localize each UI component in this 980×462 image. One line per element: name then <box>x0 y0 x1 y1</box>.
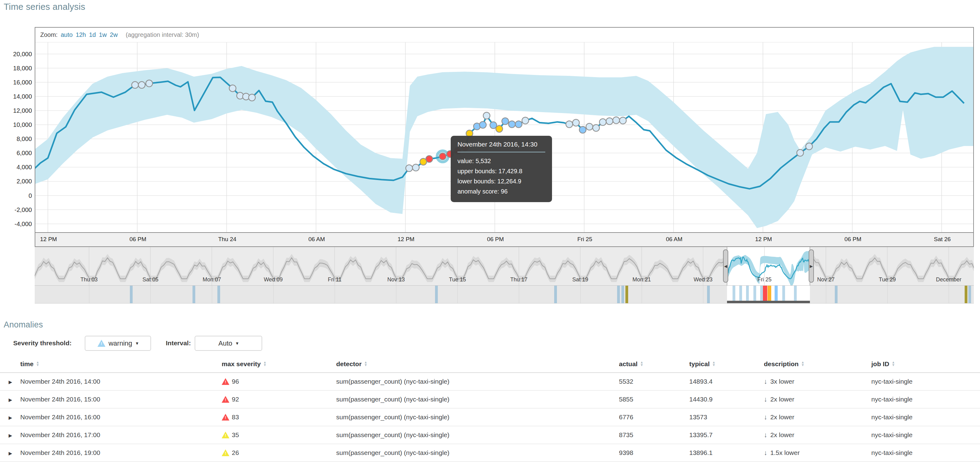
anomaly-swimlane[interactable] <box>35 285 974 303</box>
anomaly-marker-warning[interactable] <box>579 126 586 133</box>
expand-row-icon[interactable]: ▶ <box>9 397 12 402</box>
swimlane-cell-warning_muted[interactable] <box>968 286 971 303</box>
anomaly-marker-minor[interactable] <box>496 125 503 132</box>
zoom-link-12h[interactable]: 12h <box>76 31 86 38</box>
anomaly-marker-low[interactable] <box>573 119 579 126</box>
anomaly-marker-warning[interactable] <box>508 121 515 127</box>
swimlane-cell-warning_muted[interactable] <box>554 286 557 303</box>
anomaly-marker-low[interactable] <box>229 85 236 92</box>
cell-job-id: nyc-taxi-single <box>871 413 980 421</box>
table-header-row: time▲▼max severity▲▼detector▲▼actual▲▼ty… <box>0 356 980 373</box>
swimlane-cell-olive[interactable] <box>965 286 967 303</box>
x-tick-label: Thu 24 <box>206 236 249 243</box>
sort-icon[interactable]: ▲▼ <box>892 361 895 366</box>
anomaly-marker-low[interactable] <box>132 82 138 88</box>
anomaly-marker-low[interactable] <box>412 164 419 171</box>
table-row[interactable]: ▶November 24th 2016, 15:00!92sum(passeng… <box>0 391 980 409</box>
anomaly-marker-low[interactable] <box>249 94 255 101</box>
tooltip-line: lower bounds: 12,264.9 <box>457 176 545 186</box>
table-row[interactable]: ▶November 24th 2016, 17:00!35sum(passeng… <box>0 426 980 444</box>
sort-icon[interactable]: ▲▼ <box>712 361 716 366</box>
cell-description: ↓1.5x lower <box>764 449 871 457</box>
anomaly-marker-critical[interactable] <box>426 155 433 162</box>
column-header-detector[interactable]: detector▲▼ <box>336 360 619 368</box>
context-plot[interactable] <box>35 247 974 285</box>
zoom-link-1d[interactable]: 1d <box>89 31 96 38</box>
cell-max-severity: !92 <box>222 396 336 403</box>
anomaly-marker-low[interactable] <box>620 117 626 124</box>
anomaly-marker-warning[interactable] <box>490 122 497 128</box>
anomaly-marker-low[interactable] <box>606 118 613 124</box>
swimlane-cell-warning_muted[interactable] <box>621 286 624 303</box>
x-tick-label: 06 AM <box>295 236 338 243</box>
sort-icon[interactable]: ▲▼ <box>364 361 368 366</box>
expand-row-icon[interactable]: ▶ <box>9 415 12 420</box>
table-row[interactable]: ▶November 24th 2016, 16:00!83sum(passeng… <box>0 409 980 426</box>
interval-select[interactable]: Auto ▾ <box>195 336 262 351</box>
sort-icon[interactable]: ▲▼ <box>640 361 644 366</box>
interval-label: Interval: <box>166 339 191 347</box>
brush-handle-right[interactable]: ▶ <box>809 249 814 283</box>
cell-detector: sum(passenger_count) (nyc-taxi-single) <box>336 449 619 456</box>
tooltip-line: value: 5,532 <box>457 156 545 166</box>
sort-icon[interactable]: ▲▼ <box>801 361 804 366</box>
swimlane-cell-warning_muted[interactable] <box>130 286 133 303</box>
column-header-typical[interactable]: typical▲▼ <box>689 360 764 368</box>
cell-job-id: nyc-taxi-single <box>871 431 980 439</box>
swimlane-cell-warning_muted[interactable] <box>435 286 438 303</box>
anomaly-marker-low[interactable] <box>613 117 620 124</box>
swimlane-cell-olive[interactable] <box>625 286 628 303</box>
anomaly-marker-warning[interactable] <box>515 121 522 127</box>
aggregation-interval-note: (aggregation interval: 30m) <box>126 31 199 38</box>
x-tick-label: 12 PM <box>742 236 785 243</box>
column-header-time[interactable]: time▲▼ <box>20 360 222 368</box>
cell-typical: 13573 <box>689 413 764 421</box>
anomaly-marker-warning[interactable] <box>502 118 509 124</box>
column-header-job-id[interactable]: job ID▲▼ <box>871 360 980 368</box>
anomaly-marker-low[interactable] <box>483 112 490 119</box>
tooltip-line: anomaly score: 96 <box>457 186 545 197</box>
swimlane-cell-warning_muted[interactable] <box>192 286 195 303</box>
anomaly-marker-low[interactable] <box>406 165 413 171</box>
anomaly-marker-low[interactable] <box>599 119 606 125</box>
tooltip-divider <box>457 152 545 152</box>
cell-detector: sum(passenger_count) (nyc-taxi-single) <box>336 378 619 385</box>
sort-icon[interactable]: ▲▼ <box>36 361 39 366</box>
expand-row-icon[interactable]: ▶ <box>9 379 12 385</box>
anomaly-marker-low[interactable] <box>566 121 573 127</box>
swimlane-cell-warning_muted[interactable] <box>217 286 220 303</box>
anomaly-marker-warning[interactable] <box>480 122 486 128</box>
expand-row-icon[interactable]: ▶ <box>9 433 12 438</box>
sort-icon[interactable]: ▲▼ <box>263 361 266 366</box>
anomaly-marker-low[interactable] <box>522 117 529 124</box>
cell-description: ↓2x lower <box>764 395 871 403</box>
anomaly-marker-low[interactable] <box>806 143 812 150</box>
expand-row-icon[interactable]: ▶ <box>9 451 12 456</box>
brush-drag-bar[interactable] <box>727 301 810 303</box>
anomaly-marker-low[interactable] <box>138 82 145 88</box>
column-header-description[interactable]: description▲▼ <box>764 360 871 368</box>
anomaly-marker-low[interactable] <box>586 123 593 130</box>
swimlane-cell-warning_muted[interactable] <box>835 286 838 303</box>
swimlane-cell-warning_muted[interactable] <box>707 286 710 303</box>
severity-triangle-icon: ! <box>222 378 229 385</box>
anomaly-marker-low[interactable] <box>146 80 153 87</box>
column-header-actual[interactable]: actual▲▼ <box>619 360 689 368</box>
anomaly-marker-low[interactable] <box>797 150 803 156</box>
severity-threshold-select[interactable]: ! warning ▾ <box>85 336 151 351</box>
brush-handle-left[interactable]: ◀ <box>723 249 728 283</box>
swimlane-gridline <box>457 286 458 303</box>
severity-triangle-icon: ! <box>222 432 229 438</box>
tooltip-line: upper bounds: 17,429.8 <box>457 166 545 176</box>
swimlane-gridline <box>580 286 581 303</box>
table-row[interactable]: ▶November 24th 2016, 19:00!26sum(passeng… <box>0 444 980 462</box>
anomaly-marker-critical[interactable] <box>439 153 446 160</box>
column-header-max-severity[interactable]: max severity▲▼ <box>222 360 336 368</box>
zoom-link-1w[interactable]: 1w <box>99 31 107 38</box>
zoom-link-2w[interactable]: 2w <box>110 31 118 38</box>
swimlane-cell-warning_muted[interactable] <box>617 286 620 303</box>
table-row[interactable]: ▶November 24th 2016, 14:00!96sum(passeng… <box>0 373 980 391</box>
anomaly-marker-low[interactable] <box>593 125 600 131</box>
context-navigator[interactable]: Thu 03Sat 05Mon 07Wed 09Fri 11Nov 13Tue … <box>35 247 974 303</box>
zoom-link-auto[interactable]: auto <box>61 31 73 38</box>
